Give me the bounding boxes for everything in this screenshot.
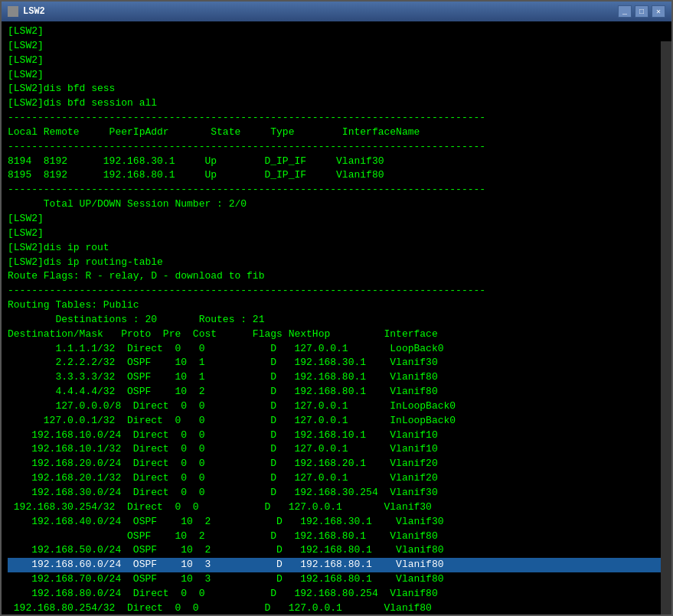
main-window: LSW2 _ □ ✕ [LSW2][LSW2][LSW2][LSW2][LSW2…	[0, 0, 673, 616]
terminal-line: [LSW2]dis bfd sess	[8, 82, 665, 96]
terminal-line: 3.3.3.3/32 OSPF 10 1 D 192.168.80.1 Vlan…	[8, 370, 665, 385]
terminal-line: 1.1.1.1/32 Direct 0 0 D 127.0.0.1 LoopBa…	[8, 342, 665, 357]
terminal-line: OSPF 10 2 D 192.168.80.1 Vlanif80	[8, 530, 665, 544]
terminal-line: Route Flags: R - relay, D - download to …	[8, 269, 665, 284]
terminal-line: [LSW2]	[8, 54, 665, 68]
terminal-line: Destinations : 20 Routes : 21	[8, 313, 665, 328]
terminal-line: 192.168.70.0/24 OSPF 10 3 D 192.168.80.1…	[8, 572, 665, 587]
terminal-line: ----------------------------------------…	[8, 111, 665, 125]
scrollbar[interactable]	[661, 41, 671, 614]
terminal-line: [LSW2]	[8, 227, 665, 241]
terminal-line: 192.168.50.0/24 OSPF 10 2 D 192.168.80.1…	[8, 543, 665, 558]
terminal-line: 8194 8192 192.168.30.1 Up D_IP_IF Vlanif…	[8, 155, 665, 169]
close-button[interactable]: ✕	[652, 5, 665, 18]
titlebar: LSW2 _ □ ✕	[2, 2, 671, 21]
terminal-line: 192.168.40.0/24 OSPF 10 2 D 192.168.30.1…	[8, 515, 665, 530]
terminal-line: Local Remote PeerIpAddr State Type Inter…	[8, 125, 665, 140]
window-title: LSW2	[23, 6, 45, 17]
terminal-line: Total UP/DOWN Session Number : 2/0	[8, 197, 665, 212]
terminal-line: 192.168.10.1/32 Direct 0 0 D 127.0.0.1 V…	[8, 442, 665, 457]
terminal-line: 192.168.10.0/24 Direct 0 0 D 192.168.10.…	[8, 429, 665, 443]
terminal-line: 192.168.60.0/24 OSPF 10 3 D 192.168.80.1…	[8, 558, 665, 572]
terminal-line: 8195 8192 192.168.80.1 Up D_IP_IF Vlanif…	[8, 168, 665, 183]
terminal-line: Routing Tables: Public	[8, 298, 665, 313]
terminal-line: Destination/Mask Proto Pre Cost Flags Ne…	[8, 328, 665, 342]
terminal-line: 192.168.30.0/24 Direct 0 0 D 192.168.30.…	[8, 486, 665, 500]
terminal-line: 4.4.4.4/32 OSPF 10 2 D 192.168.80.1 Vlan…	[8, 385, 665, 399]
terminal-line: 2.2.2.2/32 OSPF 10 1 D 192.168.30.1 Vlan…	[8, 356, 665, 370]
maximize-button[interactable]: □	[635, 5, 648, 18]
terminal-line: [LSW2]	[8, 68, 665, 83]
terminal-line: [LSW2]dis bfd session all	[8, 96, 665, 111]
terminal-line: [LSW2]	[8, 24, 665, 39]
terminal-line: 192.168.20.0/24 Direct 0 0 D 192.168.20.…	[8, 457, 665, 471]
terminal-line: ----------------------------------------…	[8, 140, 665, 155]
terminal-line: [LSW2]	[8, 39, 665, 54]
titlebar-left: LSW2	[8, 6, 45, 17]
terminal-line: 192.168.20.1/32 Direct 0 0 D 127.0.0.1 V…	[8, 471, 665, 486]
terminal-line: 192.168.80.0/24 Direct 0 0 D 192.168.80.…	[8, 587, 665, 601]
terminal-wrapper: [LSW2][LSW2][LSW2][LSW2][LSW2]dis bfd se…	[2, 21, 671, 614]
terminal[interactable]: [LSW2][LSW2][LSW2][LSW2][LSW2]dis bfd se…	[2, 21, 671, 614]
terminal-line: 127.0.0.1/32 Direct 0 0 D 127.0.0.1 InLo…	[8, 414, 665, 429]
terminal-line: [LSW2]dis ip routing-table	[8, 256, 665, 270]
app-icon	[8, 6, 18, 17]
terminal-line: [LSW2]	[8, 212, 665, 227]
terminal-line: ----------------------------------------…	[8, 284, 665, 298]
window-controls: _ □ ✕	[618, 5, 665, 18]
terminal-line: 127.0.0.0/8 Direct 0 0 D 127.0.0.1 InLoo…	[8, 399, 665, 414]
minimize-button[interactable]: _	[618, 5, 632, 18]
terminal-line: ----------------------------------------…	[8, 183, 665, 197]
terminal-line: 192.168.80.254/32 Direct 0 0 D 127.0.0.1…	[8, 601, 665, 614]
terminal-line: [LSW2]dis ip rout	[8, 241, 665, 256]
terminal-line: 192.168.30.254/32 Direct 0 0 D 127.0.0.1…	[8, 500, 665, 515]
